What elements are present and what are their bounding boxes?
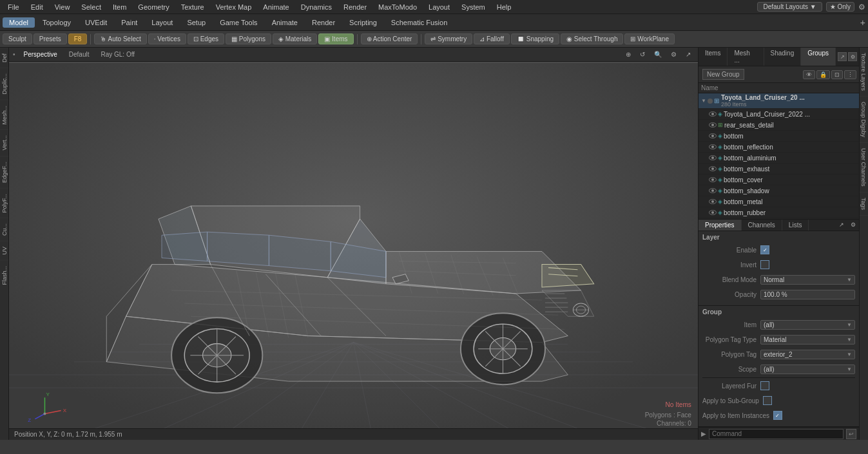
viewport-refresh-icon[interactable]: ↺: [637, 50, 648, 59]
menu-select[interactable]: Select: [76, 2, 106, 12]
tool-items[interactable]: ▣ Items: [318, 33, 353, 44]
menu-view[interactable]: View: [50, 2, 75, 12]
only-button[interactable]: ★ Only: [826, 2, 854, 12]
menu-geometry[interactable]: Geometry: [133, 2, 174, 12]
left-tab-duplic[interactable]: Duplic...: [0, 68, 8, 100]
tab-items[interactable]: Items: [699, 48, 728, 66]
menu-item[interactable]: Item: [108, 2, 131, 12]
tool-presets[interactable]: Presets: [34, 33, 67, 44]
tool-materials[interactable]: ◈ Materials: [273, 33, 317, 44]
command-submit-icon[interactable]: ↩: [846, 429, 856, 439]
viewport-canvas[interactable]: X Y Z: [9, 62, 698, 440]
mode-schematic[interactable]: Schematic Fusion: [385, 17, 454, 28]
tree-item-sub4[interactable]: ◈ bottom_reflection: [699, 142, 859, 153]
left-tab-mesh[interactable]: Mesh...: [0, 100, 8, 130]
left-tab-uv[interactable]: UV: [0, 241, 8, 260]
menu-help[interactable]: Help: [492, 2, 517, 12]
tool-symmetry[interactable]: ⇌ Symmetry: [425, 33, 472, 44]
tool-auto-select[interactable]: 🖱 Auto Select: [94, 33, 146, 44]
enable-checkbox[interactable]: [760, 245, 769, 254]
tool-edges[interactable]: ⊡ Edges: [188, 33, 224, 44]
menu-animate[interactable]: Animate: [258, 2, 294, 12]
mode-model[interactable]: Model: [3, 17, 35, 28]
tree-lock-icon[interactable]: 🔒: [816, 70, 830, 79]
left-tab-cu[interactable]: Cu...: [0, 218, 8, 241]
tool-workplane[interactable]: ⊞ WorkPlane: [624, 33, 675, 44]
scope-dropdown[interactable]: (all): [760, 364, 855, 374]
tree-eye-icon[interactable]: 👁: [803, 70, 815, 79]
mode-layout[interactable]: Layout: [145, 17, 179, 28]
add-tool-icon[interactable]: +: [860, 17, 865, 28]
menu-dynamics[interactable]: Dynamics: [296, 2, 337, 12]
tree-item-sub3[interactable]: ◈ bottom: [699, 131, 859, 142]
settings-icon[interactable]: ⚙: [858, 3, 865, 12]
mode-render[interactable]: Render: [305, 17, 342, 28]
new-group-button[interactable]: New Group: [702, 69, 744, 80]
tab-mesh[interactable]: Mesh ...: [728, 48, 764, 66]
viewport-navigate-icon[interactable]: ⊕: [622, 50, 634, 59]
viewport-perspective[interactable]: Perspective: [21, 50, 61, 59]
blend-mode-dropdown[interactable]: Normal: [760, 275, 855, 285]
viewport-raygl[interactable]: Ray GL: Off: [97, 50, 138, 59]
tree-item-sub5[interactable]: ◈ bottom_aluminium: [699, 153, 859, 164]
command-input[interactable]: [709, 429, 844, 439]
layout-preset-dropdown[interactable]: Default Layouts ▼: [757, 2, 822, 12]
left-tab-polyf[interactable]: PolyF...: [0, 188, 8, 218]
tool-sculpt[interactable]: Sculpt: [3, 33, 32, 44]
tool-f8[interactable]: F8: [68, 33, 88, 44]
tree-render-icon[interactable]: ⊡: [831, 70, 843, 79]
viewport-default[interactable]: Default: [66, 50, 93, 59]
tab-groups[interactable]: Groups: [801, 48, 836, 66]
props-tab-channels[interactable]: Channels: [742, 220, 782, 231]
menu-texture[interactable]: Texture: [176, 2, 209, 12]
tool-falloff[interactable]: ⊿ Falloff: [474, 33, 510, 44]
item-dropdown[interactable]: (all): [760, 320, 855, 330]
right-tab-tags[interactable]: Tags: [860, 193, 868, 216]
tool-snapping[interactable]: 🔲 Snapping: [511, 33, 559, 44]
mode-game-tools[interactable]: Game Tools: [213, 17, 264, 28]
left-tab-vert[interactable]: Vert...: [0, 129, 8, 156]
viewport-zoom-icon[interactable]: 🔍: [651, 50, 665, 59]
layered-fur-checkbox[interactable]: [760, 381, 769, 390]
menu-render[interactable]: Render: [338, 2, 372, 12]
tree-item-sub2[interactable]: ⊞ rear_seats_detail: [699, 120, 859, 131]
scene-tree[interactable]: ▼ ⊞ Toyota_Land_Cruiser_20 ... 280 Items…: [699, 93, 859, 219]
props-tab-properties[interactable]: Properties: [699, 220, 742, 231]
polygon-tag-dropdown[interactable]: exterior_2: [760, 350, 855, 359]
menu-layout[interactable]: Layout: [423, 2, 455, 12]
polygon-tag-type-dropdown[interactable]: Material: [760, 335, 855, 345]
mode-uvedit[interactable]: UVEdit: [79, 17, 113, 28]
tool-polygons[interactable]: ▦ Polygons: [226, 33, 271, 44]
left-tab-flash[interactable]: Flash...: [0, 260, 8, 290]
tree-item-sub9[interactable]: ◈ bottom_metal: [699, 196, 859, 207]
tab-shading[interactable]: Shading: [764, 48, 802, 66]
props-expand-icon[interactable]: ↗: [836, 220, 847, 231]
tree-more-icon[interactable]: ⋮: [844, 70, 856, 79]
tree-item-main[interactable]: ▼ ⊞ Toyota_Land_Cruiser_20 ... 280 Items: [699, 93, 859, 109]
right-tab-texture-layers[interactable]: Texture Layers: [860, 48, 868, 97]
menu-file[interactable]: File: [3, 2, 24, 12]
tree-item-sub1[interactable]: ◈ Toyota_Land_Cruiser_2022 ...: [699, 109, 859, 120]
apply-sub-group-checkbox[interactable]: [763, 396, 772, 405]
panel-expand-icon[interactable]: ↗: [838, 52, 847, 61]
menu-edit[interactable]: Edit: [26, 2, 48, 12]
props-tab-lists[interactable]: Lists: [782, 220, 809, 231]
mode-animate[interactable]: Animate: [265, 17, 304, 28]
menu-vertex-map[interactable]: Vertex Map: [211, 2, 257, 12]
mode-paint[interactable]: Paint: [115, 17, 144, 28]
tree-item-sub6[interactable]: ◈ bottom_exhaust: [699, 164, 859, 175]
right-tab-user-channels[interactable]: User Channels: [860, 143, 868, 193]
tree-item-sub10[interactable]: ◈ bottom_rubber: [699, 207, 859, 218]
left-tab-edgef[interactable]: EdgeF...: [0, 156, 8, 188]
tool-action-center[interactable]: ⊕ Action Center: [361, 33, 418, 44]
tool-select-through[interactable]: ◉ Select Through: [561, 33, 623, 44]
viewport-settings-icon[interactable]: ⚙: [668, 50, 680, 59]
opacity-input[interactable]: 100.0 %: [760, 290, 855, 299]
left-tab-def[interactable]: Def: [0, 48, 8, 68]
apply-item-instances-checkbox[interactable]: [773, 411, 782, 420]
props-settings-icon[interactable]: ⚙: [847, 220, 859, 231]
tree-item-sub7[interactable]: ◈ bottom_cover: [699, 175, 859, 185]
right-tab-group-digsby[interactable]: Group Digsby: [860, 97, 868, 143]
panel-settings-icon[interactable]: ⚙: [848, 52, 857, 61]
viewport-expand-icon[interactable]: ↗: [682, 50, 694, 59]
